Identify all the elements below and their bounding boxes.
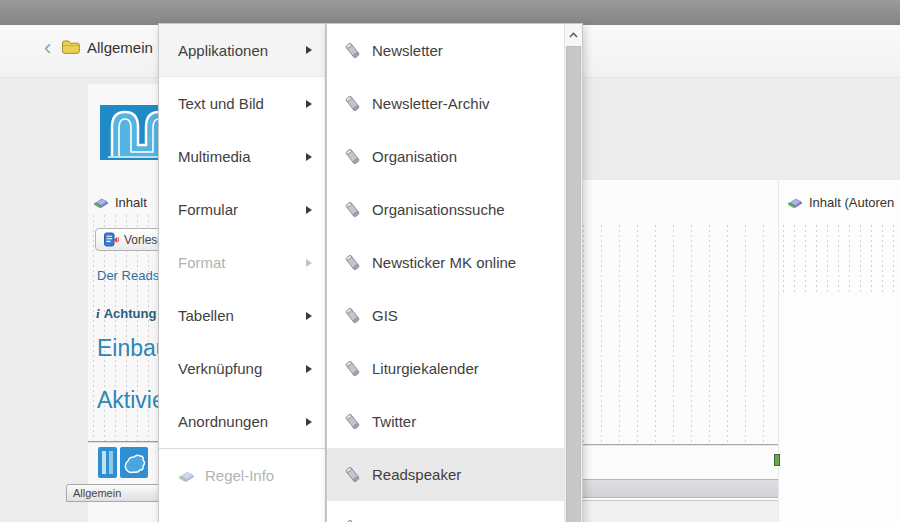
submenu-list: NewsletterNewsletter-ArchivOrganisationO… bbox=[327, 24, 582, 522]
scroll-icon bbox=[344, 466, 362, 483]
back-chevron-icon[interactable]: ‹ bbox=[44, 35, 51, 61]
chevron-up-icon bbox=[569, 32, 578, 38]
scrollbar-thumb[interactable] bbox=[566, 46, 581, 522]
scroll-icon bbox=[344, 254, 362, 271]
submenu-arrow-icon bbox=[306, 259, 312, 267]
submenu-arrow-icon bbox=[306, 100, 312, 108]
scroll-icon bbox=[344, 42, 362, 59]
scroll-icon bbox=[344, 201, 362, 218]
menu-item-label: Verknüpfung bbox=[178, 360, 262, 377]
menu-item-l-schen[interactable]: Löschen bbox=[159, 501, 325, 522]
element-icon-columns[interactable] bbox=[98, 447, 117, 482]
scroll-icon bbox=[344, 360, 362, 377]
submenu-item-twitter[interactable]: Twitter bbox=[327, 395, 566, 448]
submenu-item-label: Organisation bbox=[372, 148, 457, 165]
menu-item-text-und-bild[interactable]: Text und Bild bbox=[159, 77, 325, 130]
submenu-arrow-icon bbox=[306, 365, 312, 373]
scrollbar-up-button[interactable] bbox=[565, 24, 582, 46]
menu-item-regel-info: Regel-Info bbox=[159, 448, 325, 501]
menu-item-format: Format bbox=[159, 236, 325, 289]
submenu-arrow-icon bbox=[306, 153, 312, 161]
authors-panel: Inhalt (Autoren bbox=[778, 180, 900, 522]
submenu-item-label: Organisationssuche bbox=[372, 201, 505, 218]
editor-canvas bbox=[583, 180, 778, 522]
menu-item-label: Format bbox=[178, 254, 226, 271]
authors-panel-header: Inhalt (Autoren bbox=[787, 194, 894, 210]
menu-item-anordnungen[interactable]: Anordnungen bbox=[159, 395, 325, 448]
submenu-item-newsletter[interactable]: Newsletter bbox=[327, 24, 566, 77]
authors-panel-label: Inhalt (Autoren bbox=[809, 195, 894, 210]
submenu-item-newsletter-archiv[interactable]: Newsletter-Archiv bbox=[327, 77, 566, 130]
content-section-header: Inhalt bbox=[93, 194, 147, 210]
breadcrumb[interactable]: Allgemein bbox=[87, 39, 153, 56]
notice-text: iAchtung bbox=[96, 306, 156, 322]
info-icon: i bbox=[96, 306, 100, 321]
menu-item-label: Text und Bild bbox=[178, 95, 264, 112]
column-guides-narrow bbox=[783, 225, 900, 293]
menu-item-tabellen[interactable]: Tabellen bbox=[159, 289, 325, 342]
folder-icon bbox=[61, 39, 80, 55]
submenu-item-label: Twitter bbox=[372, 413, 416, 430]
submenu-item-readspeaker[interactable]: Readspeaker bbox=[327, 448, 566, 501]
submenu-item-organisation[interactable]: Organisation bbox=[327, 130, 566, 183]
menu-item-label: Multimedia bbox=[178, 148, 251, 165]
menu-item-label: Anordnungen bbox=[178, 413, 268, 430]
submenu-arrow-icon bbox=[306, 46, 312, 54]
menu-item-multimedia[interactable]: Multimedia bbox=[159, 130, 325, 183]
content-book-icon bbox=[93, 194, 110, 210]
book-icon bbox=[178, 467, 196, 484]
applications-submenu: NewsletterNewsletter-ArchivOrganisationO… bbox=[326, 23, 583, 522]
submenu-item-label: Newsletter-Archiv bbox=[372, 95, 490, 112]
menu-item-label: Applikationen bbox=[178, 42, 268, 59]
submenu-item-gis[interactable]: GIS bbox=[327, 289, 566, 342]
tab-allgemein[interactable]: Allgemein bbox=[66, 484, 172, 502]
editor-footer-area bbox=[583, 501, 778, 522]
menu-item-label: Formular bbox=[178, 201, 238, 218]
submenu-arrow-icon bbox=[306, 312, 312, 320]
context-menu: ApplikationenText und BildMultimediaForm… bbox=[158, 23, 326, 522]
menu-item-formular[interactable]: Formular bbox=[159, 183, 325, 236]
submenu-item-label: Readspeaker bbox=[372, 466, 461, 483]
submenu-item-label: Newsticker MK online bbox=[372, 254, 516, 271]
editor-footer-divider bbox=[583, 444, 778, 446]
menu-item-applikationen[interactable]: Applikationen bbox=[159, 24, 325, 77]
submenu-item-label: Liturgiekalender bbox=[372, 360, 479, 377]
menu-item-label: Tabellen bbox=[178, 307, 234, 324]
app-window: ‹ Allgemein bbox=[0, 0, 900, 522]
column-guides-wide bbox=[583, 225, 778, 444]
submenu-item-label: Newsletter bbox=[372, 42, 443, 59]
submenu-scrollbar[interactable] bbox=[564, 24, 582, 522]
submenu-arrow-icon bbox=[306, 418, 312, 426]
element-icon-map[interactable] bbox=[120, 447, 148, 482]
scroll-icon bbox=[344, 148, 362, 165]
submenu-arrow-icon bbox=[306, 206, 312, 214]
window-title-bar bbox=[0, 0, 900, 25]
scroll-icon bbox=[344, 307, 362, 324]
submenu-item-veranstaltungssuche[interactable]: Veranstaltungssuche bbox=[327, 501, 566, 522]
scroll-icon bbox=[344, 413, 362, 430]
speaker-document-icon bbox=[104, 232, 119, 247]
submenu-item-liturgiekalender[interactable]: Liturgiekalender bbox=[327, 342, 566, 395]
menu-item-label: Regel-Info bbox=[205, 467, 274, 484]
submenu-item-organisationssuche[interactable]: Organisationssuche bbox=[327, 183, 566, 236]
editor-footer-bar bbox=[583, 479, 778, 498]
submenu-item-label: GIS bbox=[372, 307, 398, 324]
content-header-label: Inhalt bbox=[115, 195, 147, 210]
submenu-item-newsticker-mk-online[interactable]: Newsticker MK online bbox=[327, 236, 566, 289]
resize-handle[interactable] bbox=[774, 454, 780, 466]
authors-book-icon bbox=[787, 194, 804, 210]
scroll-icon bbox=[344, 95, 362, 112]
menu-item-verkn-pfung[interactable]: Verknüpfung bbox=[159, 342, 325, 395]
